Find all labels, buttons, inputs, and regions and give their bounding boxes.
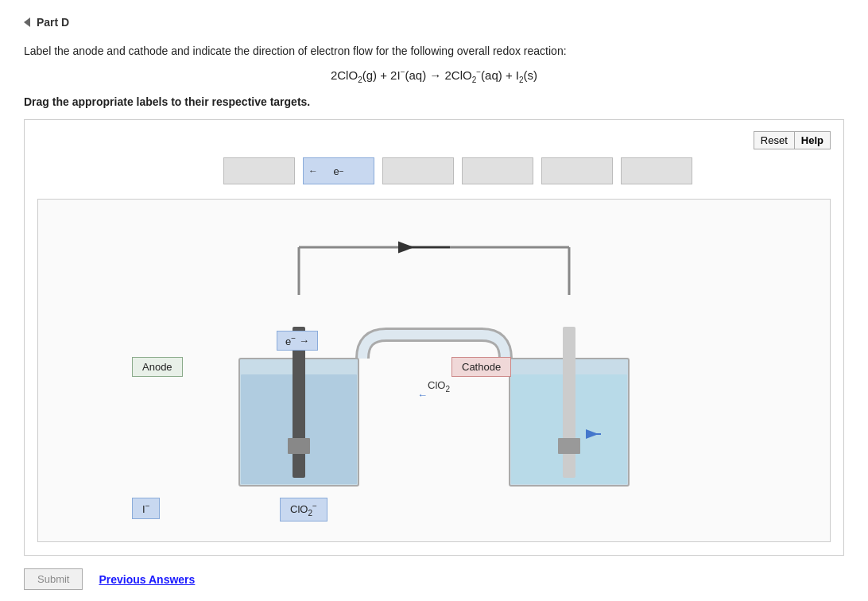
label-slot-4[interactable] [462,157,533,184]
part-label: Part D [37,16,69,29]
diagram-inner: I 2 Anode Cathode I− [37,199,831,542]
equation-display: 2ClO2(g) + 2I−(aq) → 2ClO2−(aq) + I2(s) [24,68,844,84]
label-slot-6[interactable] [621,157,692,184]
svg-rect-8 [563,327,575,478]
clo2-minus-label-chip[interactable]: ClO2− [280,498,327,522]
collapse-icon[interactable] [24,17,30,27]
part-header: Part D [24,16,844,29]
help-button[interactable]: Help [795,131,831,149]
submit-button[interactable]: Submit [24,568,83,590]
bottom-bar: Submit Previous Answers [24,568,844,590]
labels-row: e− [37,157,831,184]
anode-label-chip[interactable]: Anode [132,357,183,377]
svg-rect-10 [558,438,580,454]
cell-illustration: I 2 Anode Cathode I− [38,200,830,541]
label-slot-5[interactable] [541,157,613,184]
svg-rect-9 [288,438,310,454]
diagram-container: Reset Help e− [24,119,844,556]
previous-answers-link[interactable]: Previous Answers [99,573,195,586]
instructions-text: Label the anode and cathode and indicate… [24,43,844,60]
label-slot-3[interactable] [382,157,454,184]
e-flow-label-chip[interactable]: e− → [277,331,318,351]
iodide-label-chip[interactable]: I− [132,498,160,519]
drag-instruction: Drag the appropriate labels to their res… [24,95,844,108]
label-slot-1[interactable] [223,157,295,184]
reset-button[interactable]: Reset [754,131,795,149]
clo2-arrow: ← [417,389,428,401]
reset-help-row: Reset Help [37,131,831,149]
clo2-diagram-label: ClO2 [428,379,450,394]
cathode-label-chip[interactable]: Cathode [451,357,511,377]
label-slot-2-electron[interactable]: e− [303,157,374,184]
